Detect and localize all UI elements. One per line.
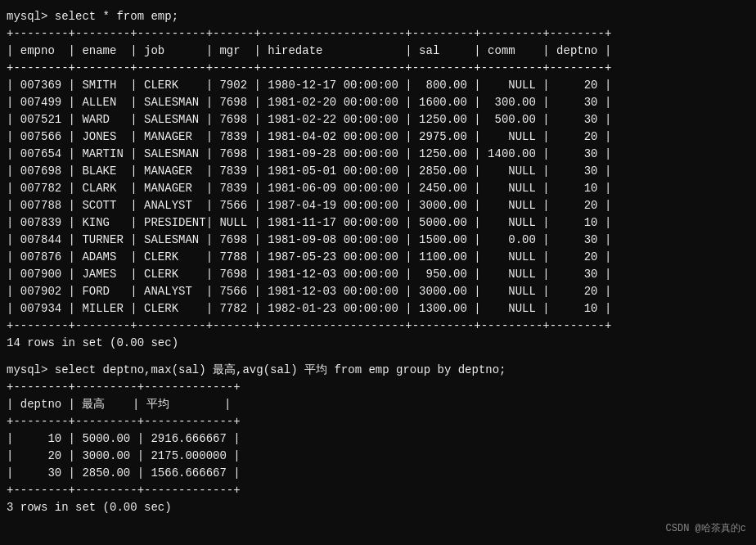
table-row: | 007788 | SCOTT | ANALYST | 7566 | 1987… — [7, 197, 749, 214]
table-separator-top-2: +--------+---------+-------------+ — [7, 379, 749, 396]
table-row: | 007839 | KING | PRESIDENT| NULL | 1981… — [7, 214, 749, 232]
table-row: | 30 | 2850.00 | 1566.666667 | — [7, 465, 749, 482]
table-row: | 007369 | SMITH | CLERK | 7902 | 1980-1… — [7, 77, 749, 94]
table-row: | 007566 | JONES | MANAGER | 7839 | 1981… — [7, 128, 749, 146]
prompt-line-2: mysql> select deptno,max(sal) 最高,avg(sal… — [7, 362, 749, 379]
table-separator-top-1: +--------+--------+----------+------+---… — [7, 25, 749, 43]
table-row: | 007782 | CLARK | MANAGER | 7839 | 1981… — [7, 180, 749, 197]
table-row: | 20 | 3000.00 | 2175.000000 | — [7, 448, 749, 465]
table-row: | 007654 | MARTIN | SALESMAN | 7698 | 19… — [7, 146, 749, 163]
table-row: | 007521 | WARD | SALESMAN | 7698 | 1981… — [7, 111, 749, 128]
table-separator-bottom-1: +--------+--------+----------+------+---… — [7, 318, 749, 335]
watermark: CSDN @哈茶真的c — [666, 521, 746, 535]
dept-table-rows: | 10 | 5000.00 | 2916.666667 || 20 | 300… — [7, 430, 749, 482]
emp-table-rows: | 007369 | SMITH | CLERK | 7902 | 1980-1… — [7, 77, 749, 318]
result-line-1: 14 rows in set (0.00 sec) — [7, 335, 749, 352]
table-separator-bottom-2: +--------+---------+-------------+ — [7, 482, 749, 499]
table-row: | 10 | 5000.00 | 2916.666667 | — [7, 430, 749, 448]
terminal: mysql> select * from emp; +--------+----… — [0, 0, 756, 545]
table-header-2: | deptno | 最高 | 平均 | — [7, 396, 749, 413]
table-row: | 007902 | FORD | ANALYST | 7566 | 1981-… — [7, 283, 749, 300]
table-separator-header-2: +--------+---------+-------------+ — [7, 413, 749, 430]
table-row: | 007698 | BLAKE | MANAGER | 7839 | 1981… — [7, 163, 749, 180]
section-emp-query: mysql> select * from emp; +--------+----… — [7, 8, 749, 352]
prompt-line-1: mysql> select * from emp; — [7, 8, 749, 25]
table-row: | 007499 | ALLEN | SALESMAN | 7698 | 198… — [7, 94, 749, 111]
section-deptno-query: mysql> select deptno,max(sal) 最高,avg(sal… — [7, 362, 749, 516]
table-row: | 007876 | ADAMS | CLERK | 7788 | 1987-0… — [7, 249, 749, 266]
table-row: | 007934 | MILLER | CLERK | 7782 | 1982-… — [7, 300, 749, 318]
table-row: | 007844 | TURNER | SALESMAN | 7698 | 19… — [7, 232, 749, 249]
table-separator-header-1: +--------+--------+----------+------+---… — [7, 60, 749, 77]
table-row: | 007900 | JAMES | CLERK | 7698 | 1981-1… — [7, 266, 749, 283]
result-line-2: 3 rows in set (0.00 sec) — [7, 499, 749, 516]
table-header-1: | empno | ename | job | mgr | hiredate |… — [7, 43, 749, 60]
